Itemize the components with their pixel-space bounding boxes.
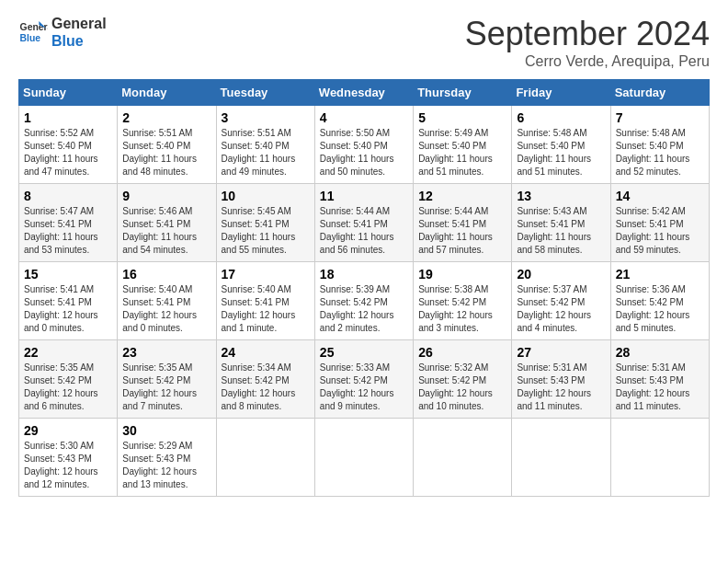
title-area: September 2024 Cerro Verde, Arequipa, Pe… [465, 15, 710, 70]
calendar-cell: 30Sunrise: 5:29 AM Sunset: 5:43 PM Dayli… [118, 419, 216, 497]
calendar-cell: 9Sunrise: 5:46 AM Sunset: 5:41 PM Daylig… [118, 184, 216, 262]
cell-info-text: Sunrise: 5:51 AM Sunset: 5:40 PM Dayligh… [222, 127, 310, 178]
cell-day-number: 9 [122, 189, 210, 203]
cell-info-text: Sunrise: 5:44 AM Sunset: 5:41 PM Dayligh… [320, 205, 408, 257]
calendar-cell: 24Sunrise: 5:34 AM Sunset: 5:42 PM Dayli… [216, 340, 314, 419]
weekday-header-row: SundayMondayTuesdayWednesdayThursdayFrid… [19, 80, 710, 106]
cell-info-text: Sunrise: 5:46 AM Sunset: 5:41 PM Dayligh… [122, 205, 210, 257]
calendar-cell: 12Sunrise: 5:44 AM Sunset: 5:41 PM Dayli… [414, 184, 512, 262]
cell-info-text: Sunrise: 5:29 AM Sunset: 5:43 PM Dayligh… [122, 440, 210, 491]
cell-info-text: Sunrise: 5:38 AM Sunset: 5:42 PM Dayligh… [418, 283, 506, 335]
cell-info-text: Sunrise: 5:33 AM Sunset: 5:42 PM Dayligh… [320, 362, 408, 413]
calendar-cell: 8Sunrise: 5:47 AM Sunset: 5:41 PM Daylig… [19, 184, 118, 262]
week-row-3: 22Sunrise: 5:35 AM Sunset: 5:42 PM Dayli… [19, 340, 710, 419]
weekday-header-saturday: Saturday [610, 80, 709, 106]
calendar-cell: 18Sunrise: 5:39 AM Sunset: 5:42 PM Dayli… [314, 262, 413, 340]
cell-day-number: 22 [24, 345, 112, 360]
cell-info-text: Sunrise: 5:48 AM Sunset: 5:40 PM Dayligh… [517, 127, 605, 178]
week-row-4: 29Sunrise: 5:30 AM Sunset: 5:43 PM Dayli… [19, 419, 710, 497]
weekday-header-thursday: Thursday [414, 80, 512, 106]
cell-day-number: 17 [222, 267, 310, 282]
location-title: Cerro Verde, Arequipa, Peru [465, 53, 710, 70]
cell-info-text: Sunrise: 5:50 AM Sunset: 5:40 PM Dayligh… [320, 127, 408, 178]
calendar-cell: 11Sunrise: 5:44 AM Sunset: 5:41 PM Dayli… [314, 184, 413, 262]
calendar-cell: 22Sunrise: 5:35 AM Sunset: 5:42 PM Dayli… [19, 340, 118, 419]
cell-info-text: Sunrise: 5:43 AM Sunset: 5:41 PM Dayligh… [517, 205, 605, 257]
calendar-cell: 21Sunrise: 5:36 AM Sunset: 5:42 PM Dayli… [610, 262, 709, 340]
calendar-cell [216, 419, 314, 497]
cell-info-text: Sunrise: 5:51 AM Sunset: 5:40 PM Dayligh… [122, 127, 210, 178]
cell-day-number: 18 [320, 267, 408, 282]
weekday-header-wednesday: Wednesday [314, 80, 413, 106]
calendar-cell [314, 419, 413, 497]
cell-info-text: Sunrise: 5:45 AM Sunset: 5:41 PM Dayligh… [222, 205, 310, 257]
cell-info-text: Sunrise: 5:34 AM Sunset: 5:42 PM Dayligh… [222, 362, 310, 413]
cell-info-text: Sunrise: 5:52 AM Sunset: 5:40 PM Dayligh… [24, 127, 112, 178]
calendar-cell: 2Sunrise: 5:51 AM Sunset: 5:40 PM Daylig… [118, 106, 216, 184]
cell-day-number: 4 [320, 110, 408, 125]
weekday-header-friday: Friday [512, 80, 610, 106]
weekday-header-sunday: Sunday [19, 80, 118, 106]
cell-day-number: 7 [616, 110, 704, 125]
logo: General Blue General Blue [18, 15, 107, 50]
cell-day-number: 2 [122, 110, 210, 125]
svg-text:Blue: Blue [20, 33, 41, 43]
weekday-header-monday: Monday [118, 80, 216, 106]
logo-general: General [51, 15, 107, 32]
cell-day-number: 15 [24, 267, 112, 282]
calendar-cell: 26Sunrise: 5:32 AM Sunset: 5:42 PM Dayli… [414, 340, 512, 419]
calendar-cell: 5Sunrise: 5:49 AM Sunset: 5:40 PM Daylig… [414, 106, 512, 184]
calendar-cell: 13Sunrise: 5:43 AM Sunset: 5:41 PM Dayli… [512, 184, 610, 262]
week-row-0: 1Sunrise: 5:52 AM Sunset: 5:40 PM Daylig… [19, 106, 710, 184]
calendar-cell [610, 419, 709, 497]
cell-day-number: 27 [517, 345, 605, 360]
header: General Blue General Blue September 2024… [18, 15, 710, 70]
cell-info-text: Sunrise: 5:32 AM Sunset: 5:42 PM Dayligh… [418, 362, 506, 413]
cell-day-number: 10 [222, 189, 310, 203]
calendar-cell [414, 419, 512, 497]
cell-day-number: 12 [418, 189, 506, 203]
cell-day-number: 11 [320, 189, 408, 203]
month-title: September 2024 [465, 15, 710, 53]
cell-day-number: 8 [24, 189, 112, 203]
cell-day-number: 19 [418, 267, 506, 282]
cell-info-text: Sunrise: 5:31 AM Sunset: 5:43 PM Dayligh… [517, 362, 605, 413]
calendar-cell: 25Sunrise: 5:33 AM Sunset: 5:42 PM Dayli… [314, 340, 413, 419]
cell-day-number: 6 [517, 110, 605, 125]
calendar-cell: 17Sunrise: 5:40 AM Sunset: 5:41 PM Dayli… [216, 262, 314, 340]
cell-day-number: 3 [222, 110, 310, 125]
cell-info-text: Sunrise: 5:49 AM Sunset: 5:40 PM Dayligh… [418, 127, 506, 178]
cell-day-number: 29 [24, 423, 112, 438]
calendar-cell: 27Sunrise: 5:31 AM Sunset: 5:43 PM Dayli… [512, 340, 610, 419]
cell-info-text: Sunrise: 5:42 AM Sunset: 5:41 PM Dayligh… [616, 205, 704, 257]
cell-info-text: Sunrise: 5:40 AM Sunset: 5:41 PM Dayligh… [122, 283, 210, 335]
calendar-cell: 10Sunrise: 5:45 AM Sunset: 5:41 PM Dayli… [216, 184, 314, 262]
cell-day-number: 20 [517, 267, 605, 282]
cell-day-number: 21 [616, 267, 704, 282]
calendar-cell: 20Sunrise: 5:37 AM Sunset: 5:42 PM Dayli… [512, 262, 610, 340]
cell-day-number: 28 [616, 345, 704, 360]
cell-day-number: 16 [122, 267, 210, 282]
cell-day-number: 14 [616, 189, 704, 203]
cell-info-text: Sunrise: 5:47 AM Sunset: 5:41 PM Dayligh… [24, 205, 112, 257]
cell-day-number: 25 [320, 345, 408, 360]
cell-info-text: Sunrise: 5:40 AM Sunset: 5:41 PM Dayligh… [222, 283, 310, 335]
calendar-cell: 15Sunrise: 5:41 AM Sunset: 5:41 PM Dayli… [19, 262, 118, 340]
calendar-cell: 14Sunrise: 5:42 AM Sunset: 5:41 PM Dayli… [610, 184, 709, 262]
svg-text:General: General [20, 23, 48, 33]
cell-info-text: Sunrise: 5:30 AM Sunset: 5:43 PM Dayligh… [24, 440, 112, 491]
week-row-2: 15Sunrise: 5:41 AM Sunset: 5:41 PM Dayli… [19, 262, 710, 340]
calendar-cell: 16Sunrise: 5:40 AM Sunset: 5:41 PM Dayli… [118, 262, 216, 340]
cell-info-text: Sunrise: 5:31 AM Sunset: 5:43 PM Dayligh… [616, 362, 704, 413]
calendar-cell [512, 419, 610, 497]
cell-day-number: 23 [122, 345, 210, 360]
calendar-cell: 6Sunrise: 5:48 AM Sunset: 5:40 PM Daylig… [512, 106, 610, 184]
calendar-cell: 19Sunrise: 5:38 AM Sunset: 5:42 PM Dayli… [414, 262, 512, 340]
cell-day-number: 1 [24, 110, 112, 125]
calendar-table: SundayMondayTuesdayWednesdayThursdayFrid… [18, 79, 710, 497]
calendar-cell: 3Sunrise: 5:51 AM Sunset: 5:40 PM Daylig… [216, 106, 314, 184]
cell-day-number: 26 [418, 345, 506, 360]
calendar-cell: 4Sunrise: 5:50 AM Sunset: 5:40 PM Daylig… [314, 106, 413, 184]
week-row-1: 8Sunrise: 5:47 AM Sunset: 5:41 PM Daylig… [19, 184, 710, 262]
cell-info-text: Sunrise: 5:44 AM Sunset: 5:41 PM Dayligh… [418, 205, 506, 257]
